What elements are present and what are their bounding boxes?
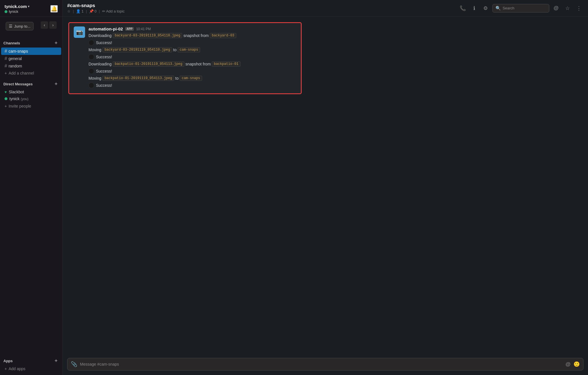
workspace-chevron-icon: ▾ [28, 5, 29, 8]
success-dot-icon [89, 83, 94, 88]
slackbot-heart-icon: ♥ [5, 90, 7, 94]
forward-arrow-button[interactable]: › [49, 21, 57, 29]
phone-icon: 📞 [460, 5, 466, 11]
phone-button[interactable]: 📞 [458, 4, 467, 13]
search-input[interactable] [503, 6, 542, 10]
channel-hash-icon: # [5, 63, 7, 69]
nav-arrows: ‹ › [41, 21, 57, 29]
code-tag: cam-snaps [180, 76, 202, 81]
channel-title-area: #cam-snaps ☆ | 👤 1 | 📌 0 | ✏ Add a topic [67, 3, 455, 13]
sidebar-item-random[interactable]: # random [1, 62, 61, 70]
success-dot-icon [89, 54, 94, 60]
plus-icon: + [5, 71, 7, 75]
message-block: 📷 automation-pi-02 APP 10:41 PM Download… [68, 22, 302, 94]
channel-meta: ☆ | 👤 1 | 📌 0 | ✏ Add a topic [67, 9, 455, 13]
channel-hash-icon: # [5, 56, 7, 61]
members-count: 1 [81, 9, 83, 13]
channel-name-text: random [9, 64, 22, 68]
search-bar[interactable]: 🔍 [492, 4, 549, 13]
jump-to-icon: ☰ [9, 24, 13, 28]
channel-name-text: general [9, 56, 22, 61]
you-label: (you) [21, 97, 28, 101]
message-input-box: 📎 @ 🙂 [67, 358, 583, 370]
bot-avatar: 📷 [74, 26, 85, 38]
meta-separator: | [86, 9, 87, 13]
slackbot-name: Slackbot [9, 90, 24, 94]
workspace-header: tynick.com ▾ tynick 🔔 [0, 0, 62, 17]
message-line-7: Moving backpatio-01-20191119_054113.jpeg… [89, 76, 296, 81]
add-dm-button[interactable]: + [53, 81, 59, 87]
apps-section-label: Apps + [0, 353, 62, 365]
code-tag: backpatio-01-20191119_054113.jpeg [113, 61, 184, 67]
msg-text: snapshot from [186, 62, 211, 66]
star-icon: ☆ [565, 5, 570, 11]
channel-name-text: #cam-snaps [67, 3, 95, 9]
apps-section: Apps + + Add apps [0, 353, 62, 375]
success-text: Success! [96, 40, 112, 45]
success-text: Success! [96, 83, 112, 88]
camera-icon: 📷 [76, 29, 83, 36]
add-topic-label: Add a topic [106, 9, 125, 13]
jump-nav-row: ☰ Jump to... ‹ › [0, 19, 62, 33]
at-button[interactable]: @ [552, 4, 561, 13]
add-channel-section-button[interactable]: + [53, 40, 59, 46]
add-apps-button[interactable]: + Add apps [1, 365, 61, 372]
pencil-icon: ✏ [102, 9, 105, 13]
app-badge: APP [125, 27, 134, 31]
add-apps-label: Add apps [9, 366, 25, 371]
plus-icon: + [5, 366, 7, 371]
message-content: automation-pi-02 APP 10:41 PM Downloadin… [89, 26, 296, 90]
success-line-2: Success! [89, 54, 296, 60]
channel-header: #cam-snaps ☆ | 👤 1 | 📌 0 | ✏ Add a topic [63, 0, 588, 17]
members-icon: 👤 [76, 9, 81, 13]
settings-button[interactable]: ⚙ [481, 4, 490, 13]
username-text: tynick [9, 9, 18, 14]
back-arrow-button[interactable]: ‹ [41, 21, 48, 29]
msg-text: Downloading [89, 33, 112, 38]
dm-label-text: Direct Messages [3, 82, 33, 86]
jump-to-button[interactable]: ☰ Jump to... [6, 22, 34, 30]
success-text: Success! [96, 55, 112, 59]
pins-info: 📌 0 [89, 9, 96, 13]
apps-label-text: Apps [3, 359, 13, 363]
code-tag: backyard-03-20191119_054110.jpeg [102, 47, 172, 52]
plus-icon: + [5, 104, 7, 108]
code-tag: backyard-03-20191119_054110.jpeg [113, 33, 182, 38]
notifications-bell-icon[interactable]: 🔔 [50, 5, 58, 13]
add-topic-button[interactable]: ✏ Add a topic [102, 9, 125, 13]
msg-text: snapshot from [183, 33, 209, 38]
at-mention-icon[interactable]: @ [566, 361, 571, 367]
code-tag: cam-snaps [178, 47, 200, 52]
star-button[interactable]: ☆ [563, 4, 572, 13]
message-line-3: Moving backyard-03-20191119_054110.jpeg … [89, 47, 296, 52]
meta-separator: | [73, 9, 74, 13]
info-icon: ℹ [473, 5, 475, 11]
emoji-icon[interactable]: 🙂 [573, 361, 580, 367]
dm-slackbot[interactable]: ♥ Slackbot [1, 88, 61, 95]
success-line-1: Success! [89, 40, 296, 46]
user-online-icon [5, 97, 7, 100]
pins-count: 0 [94, 9, 96, 13]
channels-label-text: Channels [3, 41, 20, 45]
dm-tynick[interactable]: tynick (you) [1, 95, 61, 102]
workspace-name[interactable]: tynick.com ▾ [5, 4, 29, 9]
add-channel-button[interactable]: + Add a channel [1, 70, 61, 77]
invite-people-button[interactable]: + Invite people [1, 102, 61, 110]
code-tag: backpatio-01-20191119_054113.jpeg [102, 76, 174, 81]
workspace-name-text: tynick.com [5, 4, 27, 9]
msg-text: to [173, 48, 177, 52]
info-button[interactable]: ℹ [470, 4, 479, 13]
main-content: #cam-snaps ☆ | 👤 1 | 📌 0 | ✏ Add a topic [63, 0, 588, 375]
at-icon: @ [554, 5, 559, 11]
msg-text: Downloading [89, 62, 112, 66]
gear-icon: ⚙ [483, 5, 488, 11]
message-line-5: Downloading backpatio-01-20191119_054113… [89, 61, 296, 67]
meta-separator: | [99, 9, 100, 13]
message-input[interactable] [80, 362, 563, 366]
add-app-section-button[interactable]: + [53, 358, 59, 364]
attachment-icon[interactable]: 📎 [71, 361, 77, 367]
sidebar-item-general[interactable]: # general [1, 55, 61, 62]
more-button[interactable]: ⋮ [574, 4, 583, 13]
sidebar-item-cam-snaps[interactable]: # cam-snaps [1, 48, 61, 55]
star-icon[interactable]: ☆ [67, 9, 71, 13]
